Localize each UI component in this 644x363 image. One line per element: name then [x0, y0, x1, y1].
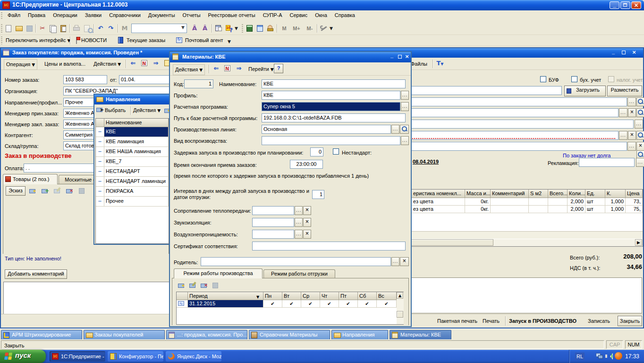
interval-input[interactable]: 1: [312, 190, 324, 199]
materials-actions-button[interactable]: Действия ▼: [173, 64, 205, 75]
prices-currency-button[interactable]: Цены и валюта...: [42, 59, 87, 69]
schedule-tue-col[interactable]: Вт: [282, 292, 301, 300]
parent-ellipsis-button[interactable]: ...: [391, 257, 399, 266]
accounting-checkbox[interactable]: [571, 76, 577, 82]
select-button[interactable]: Выбрать: [105, 105, 126, 115]
minimize-icon[interactable]: _: [610, 1, 619, 9]
delay-input[interactable]: 0: [310, 147, 323, 156]
col-total[interactable]: Всего...: [548, 190, 568, 198]
cell-comment[interactable]: [491, 198, 529, 206]
col-unit[interactable]: Ед.: [585, 190, 605, 198]
from-date-input[interactable]: 01.04.: [119, 75, 169, 84]
col-s-m2[interactable]: S м2: [529, 190, 548, 198]
materials-maximize-icon[interactable]: [396, 53, 404, 60]
schedule-post-icon[interactable]: [211, 281, 220, 290]
paste-icon[interactable]: [59, 24, 68, 33]
cell-k[interactable]: 1,000: [605, 198, 626, 206]
order-prev-icon[interactable]: ⇐: [128, 59, 138, 68]
order-next-icon[interactable]: ⇒: [151, 59, 161, 68]
menu-edit[interactable]: Правка: [24, 10, 49, 20]
calculator-icon[interactable]: [245, 24, 254, 33]
cell-qty[interactable]: 2,000: [568, 198, 585, 206]
calendar-icon[interactable]: [255, 24, 265, 33]
air-ellipsis-button[interactable]: ...: [295, 230, 303, 239]
certificate-input[interactable]: [252, 242, 406, 251]
tab-production-mode[interactable]: Режим работы производства: [174, 268, 263, 278]
cell-mass[interactable]: 0кг.: [465, 198, 491, 206]
ref-4-ellipsis-button[interactable]: ...: [619, 131, 627, 140]
menu-registry-reports[interactable]: Реестровые отчеты: [204, 10, 259, 20]
help-dropdown-icon[interactable]: ▼: [235, 26, 238, 31]
order-refresh-icon[interactable]: N: [140, 59, 149, 68]
print-preview-icon[interactable]: [82, 24, 92, 33]
post-row-icon[interactable]: [77, 186, 87, 196]
schedule-thu-col[interactable]: Чт: [320, 292, 339, 300]
help-button[interactable]: ?: [274, 64, 283, 73]
directions-actions-button[interactable]: Действия ▼: [133, 105, 161, 115]
ref-2-search-button[interactable]: [636, 108, 644, 117]
prod-line-input[interactable]: Основная: [262, 125, 391, 134]
reclamation-ellipsis-button[interactable]: ...: [636, 158, 644, 167]
memory-m-plus-button[interactable]: М+: [290, 24, 303, 33]
menu-reports[interactable]: Отчеты: [179, 10, 204, 20]
sound-input[interactable]: [252, 218, 294, 227]
window-tab-materials-ref[interactable]: Справочник Материалы: [249, 330, 330, 340]
schedule-mon-col[interactable]: Пн: [263, 292, 282, 300]
profile-input[interactable]: КВЕ: [262, 91, 400, 100]
restore-icon[interactable]: [620, 1, 630, 9]
base-path-input[interactable]: 192.168.0.3:C:\1-otdel\BAZA.FDB: [262, 113, 406, 122]
ref-1-ellipsis-button[interactable]: ...: [627, 97, 636, 106]
parent-input[interactable]: [201, 257, 391, 266]
taskbar-task-firefox[interactable]: Яндекс.Диск - Mozill...: [166, 351, 221, 362]
cell-unit[interactable]: шт: [585, 206, 605, 213]
schedule-day-tue[interactable]: ✔: [282, 300, 301, 308]
avast-tray-icon[interactable]: [615, 352, 622, 360]
volume-tray-icon[interactable]: [605, 353, 613, 360]
toolbar-search-input[interactable]: [131, 24, 187, 33]
menu-windows[interactable]: Окна: [311, 10, 331, 20]
toolbar-custom-grip[interactable]: [1, 36, 2, 44]
print-button[interactable]: Печать: [483, 316, 500, 326]
name-input[interactable]: КВЕ: [262, 79, 406, 88]
add-row-icon[interactable]: ★: [28, 186, 38, 196]
prod-line-search-button[interactable]: [400, 125, 409, 134]
save-button[interactable]: Записать: [588, 316, 610, 326]
user-permissions-icon[interactable]: [266, 24, 275, 33]
profile-ellipsis-button[interactable]: ...: [401, 91, 409, 100]
ref-4-search-button[interactable]: [636, 131, 644, 140]
schedule-day-wed[interactable]: ✔: [301, 300, 320, 308]
ref-2-ellipsis-button[interactable]: ...: [619, 108, 627, 117]
buf-checkbox[interactable]: [540, 76, 546, 82]
reproduction-ellipsis-button[interactable]: ...: [401, 136, 409, 145]
taskbar-task-1c[interactable]: 1С1С:Предприятие - Ц...: [50, 351, 105, 362]
find-prev-icon[interactable]: Â: [200, 24, 210, 33]
language-indicator[interactable]: RL: [575, 353, 585, 360]
launch-production-button[interactable]: Запуск в ПРОИЗВОДСТВО: [509, 316, 576, 326]
close-button[interactable]: Закрыть: [618, 316, 642, 326]
ref-1-search-button[interactable]: [636, 97, 644, 106]
sound-ellipsis-button[interactable]: ...: [295, 218, 303, 227]
window-tab-directions[interactable]: Направления: [331, 330, 388, 340]
ref-5-clear-button[interactable]: ×: [636, 142, 644, 151]
window-tab-orders[interactable]: Заказы покупателей: [84, 330, 165, 340]
schedule-add-icon[interactable]: ★: [177, 281, 186, 290]
cell-price[interactable]: 73,: [626, 198, 643, 206]
switch-interface-button[interactable]: Переключить интерфейс ▼: [4, 35, 73, 45]
menu-help[interactable]: Справка: [331, 10, 359, 20]
order-no-input[interactable]: 103 583: [63, 75, 107, 84]
heat-ellipsis-button[interactable]: ...: [295, 206, 303, 215]
place-button[interactable]: Разместить: [607, 86, 642, 96]
materials-minimize-icon[interactable]: _: [388, 53, 396, 60]
find-next-icon[interactable]: Â: [190, 24, 199, 33]
menu-supr-a[interactable]: СУПР-А: [259, 10, 286, 20]
mail-agent-button[interactable]: Почтовый агент: [185, 35, 223, 45]
tools-dropdown-icon[interactable]: ▼: [330, 26, 333, 31]
order-minimize-icon[interactable]: _: [609, 49, 618, 56]
tab-shipment-mode[interactable]: Режим работы отгрузки: [263, 269, 335, 278]
toolbar-grip[interactable]: [1, 24, 2, 33]
ref-2-clear-button[interactable]: ×: [628, 108, 636, 117]
copy-icon[interactable]: [48, 24, 58, 33]
window-tab-arm[interactable]: АРМ Штрихкодирование: [1, 330, 82, 340]
tab-goods[interactable]: Товары (2 поз.): [3, 174, 58, 184]
toolbar-overflow-icon[interactable]: ▼: [228, 39, 231, 44]
